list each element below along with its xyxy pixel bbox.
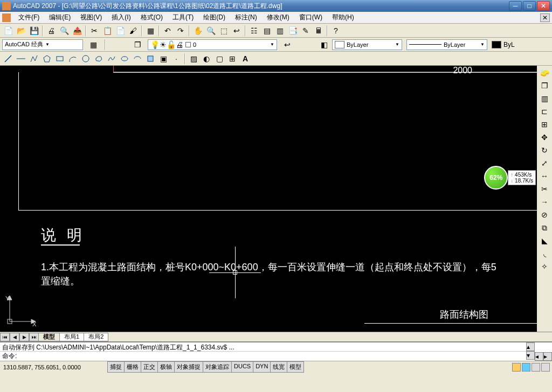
dyn-toggle[interactable]: DYN [253, 361, 271, 373]
workspace-combo[interactable]: AutoCAD 经典 ▼ [2, 39, 83, 50]
tab-first-button[interactable]: ⏮ [0, 333, 10, 341]
array-button[interactable]: ⊞ [539, 118, 550, 130]
ellipse-button[interactable] [119, 53, 130, 65]
spline-button[interactable] [106, 53, 118, 65]
copy-obj-button[interactable]: ❐ [539, 80, 550, 92]
sheetset-button[interactable]: 📑 [287, 25, 299, 37]
zoom-rt-button[interactable]: 🔍 [205, 25, 217, 37]
tab-last-button[interactable]: ⏭ [29, 333, 39, 341]
ducs-toggle[interactable]: DUCS [231, 361, 253, 373]
tab-layout2[interactable]: 布局2 [84, 333, 108, 341]
menu-view[interactable]: 视图(V) [76, 12, 106, 23]
pline-button[interactable] [28, 53, 40, 65]
join-button[interactable]: ⧉ [539, 222, 550, 234]
copy-button[interactable]: 📋 [101, 25, 113, 37]
chamfer-button[interactable]: ◣ [539, 235, 550, 247]
break-button[interactable]: ⊘ [539, 209, 550, 221]
tray-icon2[interactable] [522, 363, 530, 372]
grid-toggle[interactable]: 栅格 [124, 361, 141, 373]
matchprop-button[interactable]: 🖌 [127, 25, 139, 37]
command-input[interactable] [19, 353, 524, 360]
gradient-button[interactable]: ◐ [201, 53, 212, 65]
new-button[interactable]: 📄 [2, 25, 14, 37]
mtext-button[interactable]: A [239, 53, 251, 65]
layer-manager-button[interactable]: ❐ [132, 39, 143, 51]
redo-button[interactable]: ↷ [175, 25, 187, 37]
extend-button[interactable]: → [539, 196, 550, 208]
pan-button[interactable]: ✋ [192, 25, 204, 37]
rotate-button[interactable]: ↻ [539, 144, 550, 156]
document-close-button[interactable]: ✕ [540, 13, 550, 22]
menu-format[interactable]: 格式(O) [136, 12, 167, 23]
polygon-button[interactable] [41, 53, 53, 65]
command-scroll[interactable]: ▴ ▾ [526, 342, 535, 361]
menu-draw[interactable]: 绘图(D) [199, 12, 230, 23]
ortho-toggle[interactable]: 正交 [141, 361, 158, 373]
undo-button[interactable]: ↶ [162, 25, 174, 37]
scale-button[interactable]: ⤢ [539, 157, 550, 169]
lwt-toggle[interactable]: 线宽 [270, 361, 287, 373]
menu-edit[interactable]: 编辑(E) [45, 12, 75, 23]
region-button[interactable]: ▢ [213, 53, 225, 65]
save-button[interactable]: 💾 [28, 25, 40, 37]
publish-button[interactable]: 📤 [71, 25, 83, 37]
tab-layout1[interactable]: 布局1 [59, 333, 84, 341]
polar-toggle[interactable]: 极轴 [157, 361, 175, 373]
mirror-button[interactable]: ▥ [539, 93, 550, 104]
menu-file[interactable]: 文件(F) [14, 12, 44, 23]
menu-help[interactable]: 帮助(H) [328, 12, 358, 23]
fillet-button[interactable]: ◟ [539, 248, 550, 260]
app-menu-icon[interactable] [2, 13, 11, 22]
menu-tools[interactable]: 工具(T) [168, 12, 198, 23]
insert-block-button[interactable] [144, 53, 156, 65]
color-combo[interactable]: ByLayer ▼ [332, 39, 402, 50]
menu-modify[interactable]: 修改(M) [263, 12, 294, 23]
designcenter-button[interactable]: ▤ [261, 25, 273, 37]
command-scroll-left[interactable]: ◂ [535, 352, 543, 361]
open-button[interactable]: 📂 [15, 25, 27, 37]
ellipse-arc-button[interactable] [132, 53, 143, 65]
drawing-canvas[interactable]: 2000 说 明 1.本工程为混凝土路面结构，桩号K0+000~K0+600，每… [0, 66, 537, 332]
print-button[interactable]: 🖨 [45, 25, 57, 37]
help-button[interactable]: ? [330, 25, 342, 37]
network-monitor[interactable]: 62% ↑ 453K/s ↓ 18.7K/s [484, 166, 536, 190]
properties-button[interactable]: ☷ [248, 25, 260, 37]
calc-button[interactable]: 🖩 [313, 25, 325, 37]
tab-model[interactable]: 模型 [38, 333, 60, 341]
cut-button[interactable]: ✂ [88, 25, 100, 37]
erase-button[interactable]: 🧽 [539, 67, 550, 79]
paste-button[interactable]: 📄 [114, 25, 126, 37]
otrack-toggle[interactable]: 对象追踪 [203, 361, 232, 373]
close-button[interactable]: ✕ [537, 1, 550, 11]
point-button[interactable]: · [170, 53, 182, 65]
tab-prev-button[interactable]: ◀ [10, 333, 19, 341]
linetype-combo[interactable]: ByLayer ▼ [406, 39, 487, 50]
tray-icon4[interactable] [541, 363, 550, 372]
table-button[interactable]: ⊞ [226, 53, 238, 65]
revcloud-button[interactable] [93, 53, 105, 65]
hatch-button[interactable]: ▨ [188, 53, 199, 65]
layer-prev-button[interactable]: ↩ [281, 39, 293, 51]
layer-combo[interactable]: 💡 ☀ 🔓 🖨 0 ▼ [148, 39, 277, 50]
workspace-settings-button[interactable]: ▦ [87, 39, 99, 51]
block-editor-button[interactable]: ▦ [144, 25, 156, 37]
offset-button[interactable]: ⊏ [539, 106, 550, 117]
coordinates[interactable]: 1310.5887, 755.6051, 0.0000 [0, 364, 108, 370]
zoom-window-button[interactable]: ⬚ [218, 25, 230, 37]
tray-icon3[interactable] [532, 363, 540, 372]
markup-button[interactable]: ✎ [300, 25, 312, 37]
stretch-button[interactable]: ↔ [539, 170, 550, 182]
osnap-toggle[interactable]: 对象捕捉 [174, 361, 203, 373]
make-block-button[interactable]: ▣ [157, 53, 169, 65]
minimize-button[interactable]: ─ [509, 1, 522, 11]
tab-next-button[interactable]: ▶ [19, 333, 29, 341]
explode-button[interactable]: ✧ [539, 261, 550, 272]
line-button[interactable] [2, 53, 14, 65]
arc-button[interactable] [67, 53, 79, 65]
model-toggle[interactable]: 模型 [287, 361, 304, 373]
move-button[interactable]: ✥ [539, 131, 550, 143]
rectangle-button[interactable] [54, 53, 66, 65]
zoom-prev-button[interactable]: ↩ [231, 25, 243, 37]
maximize-button[interactable]: □ [523, 1, 536, 11]
color-control-button[interactable]: ◧ [318, 39, 330, 51]
